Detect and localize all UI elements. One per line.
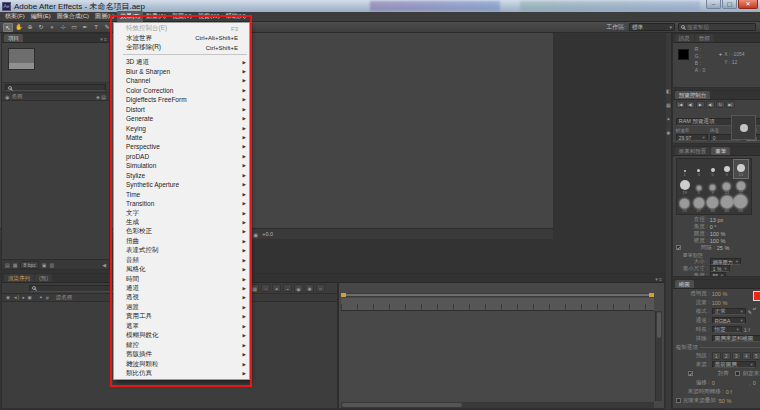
help-search-input[interactable] [687,24,753,30]
erase-select[interactable]: 圖層來源和繪圖 [712,335,760,342]
timeline-switch-icon[interactable]: ◉ [294,284,303,292]
effects-menu-item[interactable]: Channel [114,76,249,85]
transport-button[interactable]: |◀ [676,101,685,108]
effects-menu-item[interactable]: Synthetic Aperture [114,180,249,189]
clone-preset-button[interactable]: 5 [752,352,760,360]
effects-menu-item[interactable]: 模糊與銳化 [114,331,249,340]
preview-checkbox-item[interactable]: 全屏幕 [717,143,738,144]
effects-menu-item[interactable]: 通道 [114,284,249,293]
tab-effects-presets[interactable]: 效果和預置 [675,147,711,155]
source-select[interactable]: 當前圖層 [712,361,756,368]
checkbox[interactable] [676,245,681,250]
effects-menu-item[interactable]: 類比仿真 [114,369,249,378]
tool-button[interactable]: ↖ [3,23,13,32]
lock-icon[interactable]: ▣ [28,295,32,300]
collapse-icon[interactable]: ◀ [102,262,106,268]
timeline-tab[interactable]: 渲染序列 [4,274,34,282]
effects-menu-item[interactable]: Time [114,189,249,198]
timeline-switch-icon[interactable]: ⌁ [283,284,292,292]
timeline-switch-icon[interactable]: ✦ [272,284,281,292]
effects-menu-item[interactable]: 鍵控 [114,340,249,349]
tab-paint[interactable]: 繪圖 [675,280,694,288]
tool-button[interactable]: ✒ [80,23,90,32]
effects-menu-item[interactable]: Digieffects FreeForm [114,95,249,104]
effects-menu-item[interactable]: Distort [114,105,249,114]
brush-preset[interactable]: 1 [678,160,692,178]
effects-menu-item[interactable]: Blur & Sharpen [114,67,249,76]
effects-menu-item[interactable]: 舊版插件 [114,350,249,359]
effects-menu-item[interactable]: 扭曲 [114,237,249,246]
brush-preset[interactable]: 9 [720,160,734,178]
brush-preset[interactable]: 17 [734,178,748,196]
tool-button[interactable]: T [91,23,101,32]
brush-preset[interactable]: 21 [678,196,692,214]
tool-button[interactable]: ✎ [102,23,112,32]
project-search-field[interactable] [5,84,106,91]
project-item-list[interactable] [2,101,109,259]
brush-preset[interactable]: 5 [692,178,706,196]
dock-panel-icon[interactable]: ✦ [666,116,670,122]
tab-preview[interactable]: 預覽控制台 [675,91,711,99]
clone-preset-button[interactable]: 3 [732,352,741,360]
transport-button[interactable]: ▶ [696,101,705,108]
timeline-switch-icon[interactable]: ⌗ [316,284,325,292]
effects-menu-item[interactable]: 透視 [114,293,249,302]
preview-checkbox-item[interactable]: 從當前時間開始 [676,143,715,144]
scrollbar-thumb[interactable] [657,312,661,338]
effects-menu-item[interactable]: Perspective [114,142,249,151]
swap-colors-icon[interactable]: ⇄ [753,306,756,311]
eyedropper-icon[interactable]: ✎ [748,309,752,315]
tool-button[interactable]: ↻ [36,23,46,32]
timeline-vertical-scrollbar[interactable] [655,311,662,401]
minimize-button[interactable]: – [706,0,721,9]
effects-menu-item[interactable]: 3D 通道 [114,57,249,66]
preview-option-select[interactable]: 29.97 [676,134,708,141]
flow-value[interactable]: 100 % [712,300,728,306]
brush-preset[interactable]: 5 [706,160,720,178]
effects-menu-item[interactable]: 遮罩 [114,322,249,331]
tool-button[interactable]: ✋ [14,23,24,32]
panel-menu-icon[interactable]: ▾ ≡ [98,36,109,42]
time-ruler[interactable] [341,298,654,311]
brush-preset[interactable]: 9 [706,178,720,196]
effects-menu-item[interactable]: 音頻 [114,256,249,265]
effects-menu-item[interactable]: Matte [114,133,249,142]
audio-icon[interactable]: ◄) [13,295,19,300]
name-column-header[interactable]: 名稱 [11,93,22,100]
brush-preset[interactable]: 27 [692,196,706,214]
offset-y-value[interactable]: 0 [753,380,756,386]
effects-menu-item[interactable]: 風格化 [114,265,249,274]
exposure-value[interactable]: +0.0 [262,231,273,237]
brush-preset[interactable]: 35 [706,196,720,214]
channels-select[interactable]: RGBA [712,317,746,324]
transport-button[interactable]: ▶| [726,101,735,108]
clone-overlay-checkbox[interactable] [676,398,681,403]
tab-brushes[interactable]: 畫筆 [711,147,730,155]
timeline-tab[interactable]: (無) [35,274,52,282]
menubar-item[interactable]: 編輯(E) [28,11,54,22]
timeline-switch-icon[interactable]: ▦ [250,284,259,292]
transport-button[interactable]: ↻ [716,101,725,108]
checkbox[interactable] [676,143,681,144]
timeline-horizontal-scrollbar[interactable] [341,402,654,408]
scrollbar-thumb[interactable] [342,403,462,407]
effects-menu-item[interactable]: 全部移除(R) Ctrl+Shift+E [114,43,249,52]
effects-menu-item[interactable]: 色彩校正 [114,227,249,236]
help-search-box[interactable] [678,23,756,31]
effects-menu-item[interactable]: Color Correction [114,86,249,95]
effects-menu-item[interactable]: 實用工具 [114,312,249,321]
dynamics-select[interactable]: 鋼筆壓力 [710,258,741,265]
aligned-checkbox[interactable] [688,371,693,376]
duration-select[interactable]: 恒定 [712,326,742,333]
menubar-item[interactable]: 幫助(H) [223,11,249,22]
effects-menu-item[interactable]: Transition [114,199,249,208]
brush-preset[interactable]: 13 [720,178,734,196]
brush-property-value[interactable]: 25 % [717,245,730,251]
lock-source-time-checkbox[interactable] [735,371,740,376]
source-time-shift-value[interactable]: 0 f [726,389,732,395]
effects-menu-item[interactable]: 文字 [114,208,249,217]
transport-button[interactable]: ◀| [686,101,695,108]
menubar-item[interactable]: 視窗(W) [195,11,223,22]
effects-menu-item[interactable]: 水波世界 Ctrl+Alt+Shift+E [114,33,249,42]
project-bit-depth[interactable]: 8 bpc [20,261,38,269]
